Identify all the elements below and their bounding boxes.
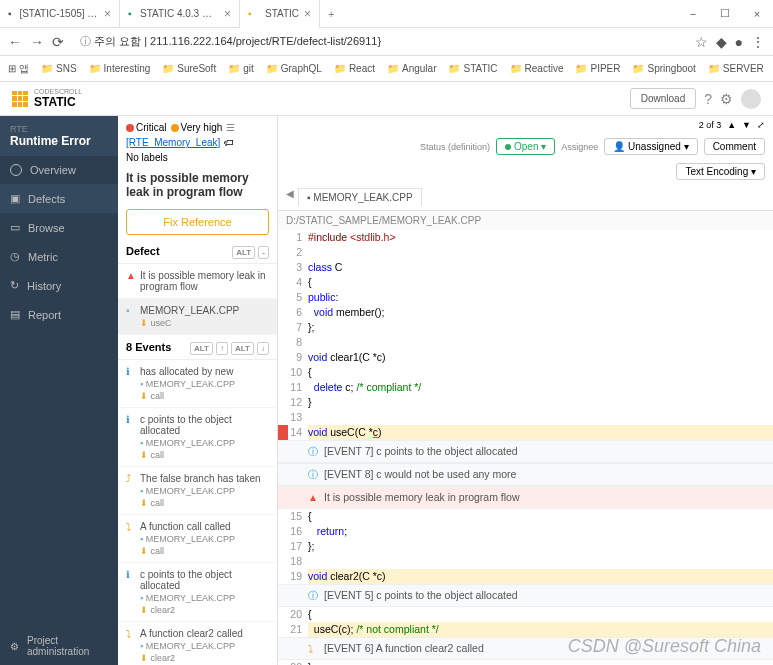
reload-button[interactable]: ⟳ xyxy=(52,34,64,50)
event-item[interactable]: ℹc points to the object allocated▪ MEMOR… xyxy=(118,408,277,467)
extension-icon[interactable]: ◆ xyxy=(716,34,727,50)
report-icon: ▤ xyxy=(10,308,20,321)
address-bar: ← → ⟳ ⓘ 주의 요함 | 211.116.222.164/project/… xyxy=(0,28,773,56)
browser-tab-active[interactable]: ▪STATIC× xyxy=(240,0,320,28)
file-tabs: ◀ ▪ MEMORY_LEAK.CPP xyxy=(278,184,773,211)
defect-panel: Critical Very high ☰[RTE_Memory_Leak] 🏷N… xyxy=(118,116,278,665)
bookmark-folder[interactable]: 📁React xyxy=(334,63,375,74)
bookmark-folder[interactable]: 📁SERVER xyxy=(708,63,764,74)
bookmark-folder[interactable]: 📁SNS xyxy=(41,63,77,74)
event-item[interactable]: ⤴The false branch has taken▪ MEMORY_LEAK… xyxy=(118,467,277,515)
profile-icon[interactable]: ● xyxy=(735,34,743,50)
code-event-warning[interactable]: ▲It is possible memory leak in program f… xyxy=(278,486,773,509)
close-icon[interactable]: × xyxy=(224,7,231,21)
code-event[interactable]: ⤵[EVENT 6] A function clear2 called xyxy=(278,637,773,660)
event-icon: ℹ xyxy=(126,366,136,377)
maximize-button[interactable]: ☐ xyxy=(709,0,741,28)
sidebar-item-report[interactable]: ▤Report xyxy=(0,300,118,329)
browser-titlebar: ▪[STATIC-1505] STATIC 4.0.4 개선× ▪STATIC … xyxy=(0,0,773,28)
close-button[interactable]: × xyxy=(741,0,773,28)
rule-link[interactable]: [RTE_Memory_Leak] xyxy=(126,137,220,148)
meta-row-top: 2 of 3 ▲ ▼ ⤢ xyxy=(278,116,773,134)
status-pill[interactable]: Open ▾ xyxy=(496,138,555,155)
prev-button[interactable]: ▲ xyxy=(727,120,736,130)
sidebar: RTE Runtime Error Overview ▣Defects ▭Bro… xyxy=(0,116,118,665)
defect-file-item[interactable]: ▪MEMORY_LEAK.CPP ⬇ useC xyxy=(118,299,277,335)
code-panel: 2 of 3 ▲ ▼ ⤢ Status (definition) Open ▾ … xyxy=(278,116,773,665)
event-item[interactable]: ⤵A function call called▪ MEMORY_LEAK.CPP… xyxy=(118,515,277,563)
gear-icon[interactable]: ⚙ xyxy=(720,91,733,107)
forward-button[interactable]: → xyxy=(30,34,44,50)
tab-icon: ▪ xyxy=(8,8,14,20)
event-icon: ℹ xyxy=(126,569,136,580)
file-tab[interactable]: ▪ MEMORY_LEAK.CPP xyxy=(298,188,422,206)
bookmark-folder[interactable]: 📁PIPER xyxy=(575,63,620,74)
bookmark-folder[interactable]: 📁STATIC xyxy=(448,63,497,74)
code-event[interactable]: ⓘ[EVENT 8] c would not be used any more xyxy=(278,463,773,486)
code-event[interactable]: ⓘ[EVENT 5] c points to the object alloca… xyxy=(278,584,773,607)
avatar[interactable] xyxy=(741,89,761,109)
help-icon[interactable]: ? xyxy=(704,91,712,107)
apps-button[interactable]: ⊞ 앱 xyxy=(8,62,29,76)
tab-icon: ▪ xyxy=(248,8,260,20)
star-icon[interactable]: ☆ xyxy=(695,34,708,50)
bookmark-folder[interactable]: 📁Angular xyxy=(387,63,436,74)
file-path: D:/STATIC_SAMPLE/MEMORY_LEAK.CPP xyxy=(278,211,773,230)
overview-icon xyxy=(10,164,22,176)
logo-title: STATIC xyxy=(34,95,82,109)
events-section-header: 8 EventsALT ↑ ALT ↓ xyxy=(118,335,277,360)
event-item[interactable]: ℹ has allocated by new▪ MEMORY_LEAK.CPP⬇… xyxy=(118,360,277,408)
comment-button[interactable]: Comment xyxy=(704,138,765,155)
event-icon: ℹ xyxy=(126,414,136,425)
gear-icon: ⚙ xyxy=(10,641,19,652)
sidebar-item-defects[interactable]: ▣Defects xyxy=(0,184,118,213)
browse-icon: ▭ xyxy=(10,221,20,234)
text-encoding-button[interactable]: Text Encoding ▾ xyxy=(676,163,765,180)
sidebar-item-history[interactable]: ↻History xyxy=(0,271,118,300)
logo-icon xyxy=(12,91,28,107)
bookmark-bar: ⊞ 앱 📁SNS 📁Interesting 📁SureSoft 📁git 📁Gr… xyxy=(0,56,773,82)
file-icon: ▪ xyxy=(126,305,136,316)
download-button[interactable]: Download xyxy=(630,88,696,109)
window-controls: − ☐ × xyxy=(677,0,773,28)
menu-icon[interactable]: ⋮ xyxy=(751,34,765,50)
metric-icon: ◷ xyxy=(10,250,20,263)
event-item[interactable]: ⤵A function clear2 called▪ MEMORY_LEAK.C… xyxy=(118,622,277,665)
severity-critical: Critical xyxy=(126,122,167,133)
assignee-pill[interactable]: 👤 Unassigned ▾ xyxy=(604,138,697,155)
sidebar-footer[interactable]: ⚙Project administration xyxy=(0,627,118,665)
bookmark-folder[interactable]: 📁SureSoft xyxy=(162,63,216,74)
defect-item[interactable]: ▲It is possible memory leak in program f… xyxy=(118,264,277,299)
tab-icon: ▪ xyxy=(128,8,135,20)
fix-reference-button[interactable]: Fix Reference xyxy=(126,209,269,235)
warning-icon: ▲ xyxy=(126,270,136,281)
prev-tab-icon[interactable]: ◀ xyxy=(286,188,294,206)
no-labels: No labels xyxy=(126,152,168,163)
bookmark-folder[interactable]: 📁Springboot xyxy=(632,63,695,74)
minimize-button[interactable]: − xyxy=(677,0,709,28)
sidebar-item-metric[interactable]: ◷Metric xyxy=(0,242,118,271)
next-button[interactable]: ▼ xyxy=(742,120,751,130)
logo[interactable]: CODESCROLLSTATIC xyxy=(12,88,82,109)
sidebar-item-browse[interactable]: ▭Browse xyxy=(0,213,118,242)
browser-tab[interactable]: ▪[STATIC-1505] STATIC 4.0.4 개선× xyxy=(0,0,120,28)
code-event[interactable]: ⓘ[EVENT 7] c points to the object alloca… xyxy=(278,440,773,463)
bookmark-folder[interactable]: 📁git xyxy=(228,63,254,74)
defect-section-header: DefectALT - xyxy=(118,239,277,264)
meta-row: Status (definition) Open ▾ Assignee 👤 Un… xyxy=(278,134,773,159)
browser-tab[interactable]: ▪STATIC 4.0.3 커버리지 보고서× xyxy=(120,0,240,28)
bookmark-folder[interactable]: 📁Reactive xyxy=(510,63,564,74)
history-icon: ↻ xyxy=(10,279,19,292)
url-input[interactable]: ⓘ 주의 요함 | 211.116.222.164/project/RTE/de… xyxy=(72,34,687,49)
code-view[interactable]: 1#include <stdlib.h> 2 3class C 4{ 5publ… xyxy=(278,230,773,665)
expand-icon[interactable]: ⤢ xyxy=(757,120,765,130)
back-button[interactable]: ← xyxy=(8,34,22,50)
new-tab-button[interactable]: + xyxy=(320,8,342,20)
event-item[interactable]: ℹc points to the object allocated▪ MEMOR… xyxy=(118,563,277,622)
close-icon[interactable]: × xyxy=(304,7,311,21)
close-icon[interactable]: × xyxy=(104,7,111,21)
bookmark-folder[interactable]: 📁Interesting xyxy=(89,63,151,74)
bookmark-folder[interactable]: 📁GraphQL xyxy=(266,63,322,74)
severity-row: Critical Very high ☰[RTE_Memory_Leak] 🏷N… xyxy=(118,116,277,169)
sidebar-item-overview[interactable]: Overview xyxy=(0,156,118,184)
